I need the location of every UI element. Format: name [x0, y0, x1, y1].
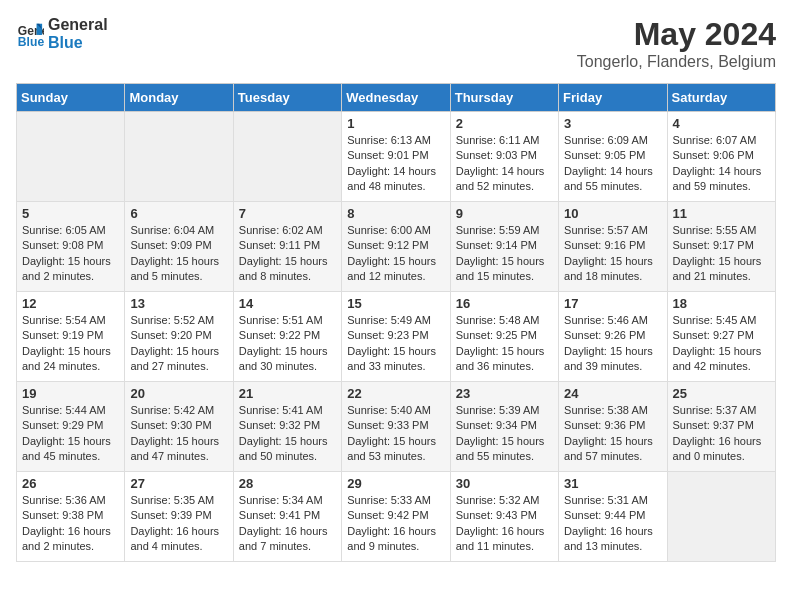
- calendar-cell: 1Sunrise: 6:13 AM Sunset: 9:01 PM Daylig…: [342, 112, 450, 202]
- calendar-cell: 14Sunrise: 5:51 AM Sunset: 9:22 PM Dayli…: [233, 292, 341, 382]
- calendar-cell: 26Sunrise: 5:36 AM Sunset: 9:38 PM Dayli…: [17, 472, 125, 562]
- calendar-cell: [233, 112, 341, 202]
- day-info: Sunrise: 5:44 AM Sunset: 9:29 PM Dayligh…: [22, 403, 119, 465]
- calendar-cell: 9Sunrise: 5:59 AM Sunset: 9:14 PM Daylig…: [450, 202, 558, 292]
- calendar-cell: 15Sunrise: 5:49 AM Sunset: 9:23 PM Dayli…: [342, 292, 450, 382]
- day-number: 8: [347, 206, 444, 221]
- day-number: 23: [456, 386, 553, 401]
- calendar-week-row: 19Sunrise: 5:44 AM Sunset: 9:29 PM Dayli…: [17, 382, 776, 472]
- calendar-table: SundayMondayTuesdayWednesdayThursdayFrid…: [16, 83, 776, 562]
- day-info: Sunrise: 5:49 AM Sunset: 9:23 PM Dayligh…: [347, 313, 444, 375]
- day-number: 9: [456, 206, 553, 221]
- day-number: 26: [22, 476, 119, 491]
- day-info: Sunrise: 5:32 AM Sunset: 9:43 PM Dayligh…: [456, 493, 553, 555]
- calendar-cell: 2Sunrise: 6:11 AM Sunset: 9:03 PM Daylig…: [450, 112, 558, 202]
- calendar-cell: 18Sunrise: 5:45 AM Sunset: 9:27 PM Dayli…: [667, 292, 775, 382]
- calendar-cell: 6Sunrise: 6:04 AM Sunset: 9:09 PM Daylig…: [125, 202, 233, 292]
- calendar-week-row: 5Sunrise: 6:05 AM Sunset: 9:08 PM Daylig…: [17, 202, 776, 292]
- day-info: Sunrise: 5:59 AM Sunset: 9:14 PM Dayligh…: [456, 223, 553, 285]
- day-info: Sunrise: 5:57 AM Sunset: 9:16 PM Dayligh…: [564, 223, 661, 285]
- day-number: 6: [130, 206, 227, 221]
- calendar-cell: 27Sunrise: 5:35 AM Sunset: 9:39 PM Dayli…: [125, 472, 233, 562]
- calendar-cell: 7Sunrise: 6:02 AM Sunset: 9:11 PM Daylig…: [233, 202, 341, 292]
- day-number: 2: [456, 116, 553, 131]
- day-info: Sunrise: 6:07 AM Sunset: 9:06 PM Dayligh…: [673, 133, 770, 195]
- day-info: Sunrise: 5:41 AM Sunset: 9:32 PM Dayligh…: [239, 403, 336, 465]
- calendar-cell: 10Sunrise: 5:57 AM Sunset: 9:16 PM Dayli…: [559, 202, 667, 292]
- day-info: Sunrise: 6:02 AM Sunset: 9:11 PM Dayligh…: [239, 223, 336, 285]
- day-info: Sunrise: 6:13 AM Sunset: 9:01 PM Dayligh…: [347, 133, 444, 195]
- calendar-cell: 8Sunrise: 6:00 AM Sunset: 9:12 PM Daylig…: [342, 202, 450, 292]
- day-number: 15: [347, 296, 444, 311]
- calendar-cell: 3Sunrise: 6:09 AM Sunset: 9:05 PM Daylig…: [559, 112, 667, 202]
- day-info: Sunrise: 5:35 AM Sunset: 9:39 PM Dayligh…: [130, 493, 227, 555]
- day-number: 16: [456, 296, 553, 311]
- weekday-header-saturday: Saturday: [667, 84, 775, 112]
- day-info: Sunrise: 6:04 AM Sunset: 9:09 PM Dayligh…: [130, 223, 227, 285]
- day-info: Sunrise: 5:33 AM Sunset: 9:42 PM Dayligh…: [347, 493, 444, 555]
- day-number: 3: [564, 116, 661, 131]
- calendar-week-row: 1Sunrise: 6:13 AM Sunset: 9:01 PM Daylig…: [17, 112, 776, 202]
- day-info: Sunrise: 5:45 AM Sunset: 9:27 PM Dayligh…: [673, 313, 770, 375]
- day-number: 19: [22, 386, 119, 401]
- calendar-week-row: 26Sunrise: 5:36 AM Sunset: 9:38 PM Dayli…: [17, 472, 776, 562]
- day-number: 4: [673, 116, 770, 131]
- day-number: 21: [239, 386, 336, 401]
- day-info: Sunrise: 5:40 AM Sunset: 9:33 PM Dayligh…: [347, 403, 444, 465]
- page-title: May 2024: [577, 16, 776, 53]
- day-number: 17: [564, 296, 661, 311]
- day-info: Sunrise: 5:42 AM Sunset: 9:30 PM Dayligh…: [130, 403, 227, 465]
- calendar-cell: 24Sunrise: 5:38 AM Sunset: 9:36 PM Dayli…: [559, 382, 667, 472]
- weekday-header-wednesday: Wednesday: [342, 84, 450, 112]
- day-number: 20: [130, 386, 227, 401]
- calendar-cell: [667, 472, 775, 562]
- weekday-header-tuesday: Tuesday: [233, 84, 341, 112]
- day-number: 30: [456, 476, 553, 491]
- logo-text-blue: Blue: [48, 34, 108, 52]
- day-info: Sunrise: 5:34 AM Sunset: 9:41 PM Dayligh…: [239, 493, 336, 555]
- calendar-cell: 31Sunrise: 5:31 AM Sunset: 9:44 PM Dayli…: [559, 472, 667, 562]
- calendar-cell: 20Sunrise: 5:42 AM Sunset: 9:30 PM Dayli…: [125, 382, 233, 472]
- logo: General Blue General Blue: [16, 16, 108, 51]
- calendar-cell: 16Sunrise: 5:48 AM Sunset: 9:25 PM Dayli…: [450, 292, 558, 382]
- day-number: 24: [564, 386, 661, 401]
- day-number: 14: [239, 296, 336, 311]
- calendar-cell: 23Sunrise: 5:39 AM Sunset: 9:34 PM Dayli…: [450, 382, 558, 472]
- logo-icon: General Blue: [16, 20, 44, 48]
- day-info: Sunrise: 6:05 AM Sunset: 9:08 PM Dayligh…: [22, 223, 119, 285]
- day-info: Sunrise: 5:51 AM Sunset: 9:22 PM Dayligh…: [239, 313, 336, 375]
- day-number: 5: [22, 206, 119, 221]
- day-number: 28: [239, 476, 336, 491]
- day-info: Sunrise: 5:54 AM Sunset: 9:19 PM Dayligh…: [22, 313, 119, 375]
- day-number: 7: [239, 206, 336, 221]
- weekday-header-sunday: Sunday: [17, 84, 125, 112]
- day-number: 22: [347, 386, 444, 401]
- calendar-cell: 19Sunrise: 5:44 AM Sunset: 9:29 PM Dayli…: [17, 382, 125, 472]
- calendar-cell: 4Sunrise: 6:07 AM Sunset: 9:06 PM Daylig…: [667, 112, 775, 202]
- weekday-header-monday: Monday: [125, 84, 233, 112]
- calendar-cell: 28Sunrise: 5:34 AM Sunset: 9:41 PM Dayli…: [233, 472, 341, 562]
- calendar-cell: 5Sunrise: 6:05 AM Sunset: 9:08 PM Daylig…: [17, 202, 125, 292]
- svg-text:Blue: Blue: [18, 35, 44, 48]
- day-info: Sunrise: 5:36 AM Sunset: 9:38 PM Dayligh…: [22, 493, 119, 555]
- logo-text-general: General: [48, 16, 108, 34]
- day-info: Sunrise: 5:39 AM Sunset: 9:34 PM Dayligh…: [456, 403, 553, 465]
- title-block: May 2024 Tongerlo, Flanders, Belgium: [577, 16, 776, 71]
- day-number: 12: [22, 296, 119, 311]
- calendar-cell: 17Sunrise: 5:46 AM Sunset: 9:26 PM Dayli…: [559, 292, 667, 382]
- day-info: Sunrise: 5:38 AM Sunset: 9:36 PM Dayligh…: [564, 403, 661, 465]
- page-subtitle: Tongerlo, Flanders, Belgium: [577, 53, 776, 71]
- day-number: 27: [130, 476, 227, 491]
- day-info: Sunrise: 6:11 AM Sunset: 9:03 PM Dayligh…: [456, 133, 553, 195]
- calendar-cell: 29Sunrise: 5:33 AM Sunset: 9:42 PM Dayli…: [342, 472, 450, 562]
- weekday-header-thursday: Thursday: [450, 84, 558, 112]
- day-info: Sunrise: 5:37 AM Sunset: 9:37 PM Dayligh…: [673, 403, 770, 465]
- calendar-cell: 22Sunrise: 5:40 AM Sunset: 9:33 PM Dayli…: [342, 382, 450, 472]
- day-info: Sunrise: 5:46 AM Sunset: 9:26 PM Dayligh…: [564, 313, 661, 375]
- calendar-header-row: SundayMondayTuesdayWednesdayThursdayFrid…: [17, 84, 776, 112]
- day-info: Sunrise: 5:48 AM Sunset: 9:25 PM Dayligh…: [456, 313, 553, 375]
- day-info: Sunrise: 6:00 AM Sunset: 9:12 PM Dayligh…: [347, 223, 444, 285]
- page-header: General Blue General Blue May 2024 Tonge…: [16, 16, 776, 71]
- day-number: 29: [347, 476, 444, 491]
- calendar-cell: [17, 112, 125, 202]
